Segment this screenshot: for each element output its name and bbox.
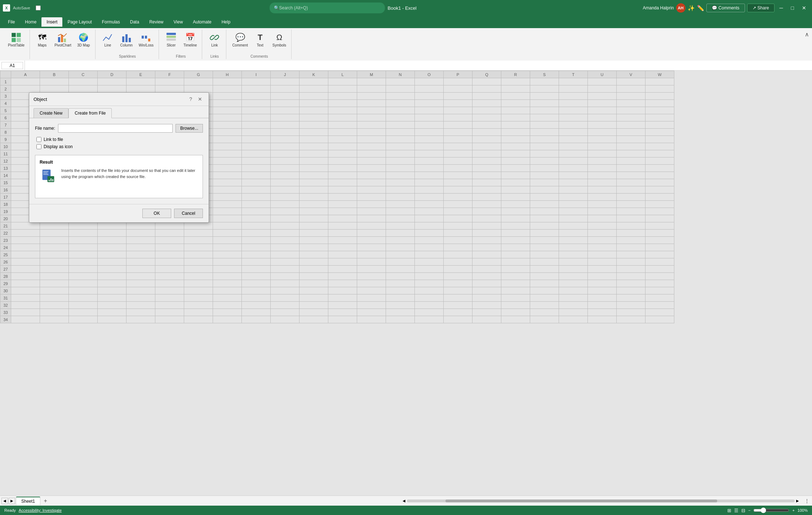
maximize-button[interactable]: □ — [788, 4, 797, 12]
cancel-button[interactable]: Cancel — [174, 209, 203, 218]
ribbon-tab-automate[interactable]: Automate — [188, 17, 216, 27]
svg-rect-13 — [167, 33, 176, 35]
ribbon-collapse-button[interactable]: ∧ — [805, 31, 809, 38]
sheet-options-button[interactable]: ⋮ — [805, 498, 809, 503]
text-button[interactable]: T Text — [252, 30, 269, 49]
ribbon-tab-help[interactable]: Help — [217, 17, 236, 27]
designer-icon[interactable]: ✨ — [688, 5, 695, 12]
comments-button[interactable]: 💬 Comments — [706, 4, 745, 12]
close-button[interactable]: ✕ — [799, 4, 809, 12]
zoom-slider[interactable] — [753, 507, 789, 513]
checkboxes-area: Link to file Display as icon — [35, 137, 203, 149]
ok-button[interactable]: OK — [142, 209, 171, 218]
prev-sheet-button[interactable]: ◀ — [1, 498, 8, 504]
ribbon-tab-view[interactable]: View — [169, 17, 188, 27]
browse-button[interactable]: Browse... — [176, 124, 203, 133]
svg-rect-5 — [61, 35, 63, 42]
maps-button[interactable]: 🗺 Maps — [34, 30, 51, 49]
svg-rect-6 — [64, 39, 66, 42]
line-icon — [102, 32, 114, 43]
file-name-input[interactable] — [58, 124, 173, 133]
search-bar[interactable]: 🔍 — [270, 3, 385, 13]
search-input[interactable] — [279, 5, 381, 10]
spreadsheet-area: ABCDEFGHIJKLMNOPQRSTUVW 1234567891011121… — [0, 71, 812, 496]
comment-icon: 💬 — [712, 5, 717, 10]
status-bar: Ready Accessibility: Investigate ⊞ ☰ ⊟ −… — [0, 506, 812, 515]
slicer-button[interactable]: Slicer — [163, 30, 180, 49]
autosave-toggle[interactable] — [33, 5, 43, 10]
scrollbar-track[interactable] — [407, 500, 795, 502]
dialog-close-button[interactable]: ✕ — [196, 96, 204, 103]
comment-button[interactable]: 💬 Comment — [230, 30, 250, 49]
ribbon-tab-review[interactable]: Review — [144, 17, 168, 27]
ribbon-tab-home[interactable]: Home — [20, 17, 41, 27]
svg-rect-2 — [12, 38, 16, 42]
svg-rect-4 — [58, 37, 60, 42]
ready-status: Ready — [4, 508, 16, 512]
svg-rect-3 — [17, 38, 21, 42]
edit-icon[interactable]: ✏️ — [697, 5, 704, 12]
page-break-view-button[interactable]: ⊟ — [741, 508, 745, 513]
normal-view-button[interactable]: ⊞ — [727, 508, 731, 513]
avatar: AH — [676, 3, 685, 13]
link-icon — [209, 32, 220, 43]
maps-icon: 🗺 — [36, 32, 48, 43]
file-name-row: File name: Browse... — [35, 124, 203, 133]
ribbon-tab-page-layout[interactable]: Page Layout — [62, 17, 97, 27]
timeline-button[interactable]: 📅 Timeline — [181, 30, 199, 49]
cell-reference-input[interactable] — [1, 62, 23, 69]
link-to-file-checkbox[interactable] — [36, 137, 41, 142]
ribbon-tab-file[interactable]: File — [3, 17, 20, 27]
pivottable-label: PivotTable — [8, 43, 25, 47]
zoom-minus[interactable]: − — [748, 508, 750, 512]
share-button[interactable]: ↗ Share — [747, 4, 775, 12]
ribbon-group-links: Link Links — [203, 30, 226, 59]
tab-create-from-file[interactable]: Create from File — [68, 108, 112, 118]
accessibility-label[interactable]: Accessibility: Investigate — [19, 508, 62, 512]
zoom-plus[interactable]: + — [792, 508, 794, 512]
sheet-tab-sheet1[interactable]: Sheet1 — [16, 497, 40, 505]
svg-rect-20 — [43, 174, 48, 175]
minimize-button[interactable]: ─ — [777, 4, 786, 12]
pivottable-button[interactable]: PivotTable — [6, 30, 27, 49]
3dmap-button[interactable]: 🌍 3D Map — [75, 30, 92, 49]
line-button[interactable]: Line — [99, 30, 116, 49]
dialog-tabs: Create New Create from File — [29, 106, 209, 118]
display-as-icon-checkbox[interactable] — [36, 144, 41, 149]
excel-app: X AutoSave 🔍 Book1 - Excel Amanda Halpri… — [0, 0, 812, 515]
3dmap-label: 3D Map — [77, 43, 90, 47]
winloss-label: Win/Loss — [139, 43, 154, 47]
symbols-button[interactable]: Ω Symbols — [270, 30, 288, 49]
pivotchart-button[interactable]: PivotChart — [52, 30, 74, 49]
svg-rect-23 — [50, 178, 52, 181]
display-as-icon-label[interactable]: Display as icon — [44, 144, 73, 149]
column-button[interactable]: Column — [118, 30, 135, 49]
symbols-icon: Ω — [274, 32, 285, 43]
dialog-help-button[interactable]: ? — [187, 96, 194, 103]
next-sheet-button[interactable]: ▶ — [9, 498, 15, 504]
column-label: Column — [120, 43, 133, 47]
winloss-button[interactable]: Win/Loss — [137, 30, 156, 49]
ribbon-tab-formulas[interactable]: Formulas — [97, 17, 125, 27]
tab-create-new[interactable]: Create New — [34, 108, 68, 118]
scroll-right-button[interactable]: ▶ — [796, 499, 799, 503]
timeline-icon: 📅 — [185, 32, 196, 43]
link-button[interactable]: Link — [206, 30, 223, 49]
link-label: Link — [211, 43, 218, 47]
link-to-file-label[interactable]: Link to file — [44, 137, 63, 142]
ribbon-charts-items: 🗺 Maps PivotChart 🌍 — [34, 30, 92, 58]
winloss-icon — [140, 32, 152, 43]
3dmap-icon: 🌍 — [78, 32, 89, 43]
ribbon-tab-data[interactable]: Data — [125, 17, 144, 27]
scrollbar-thumb[interactable] — [445, 500, 717, 502]
ribbon-tab-insert[interactable]: Insert — [41, 17, 62, 27]
ribbon-group-filters: Slicer 📅 Timeline Filters — [160, 30, 202, 59]
user-name: Amanda Halprin — [643, 5, 674, 10]
title-bar-center: 🔍 Book1 - Excel — [43, 3, 643, 13]
scroll-left-button[interactable]: ◀ — [403, 499, 405, 503]
formula-input[interactable] — [26, 63, 811, 68]
add-sheet-button[interactable]: + — [41, 497, 50, 505]
sheet-tabs: ◀ ▶ Sheet1 + — [0, 497, 400, 505]
page-layout-view-button[interactable]: ☰ — [734, 508, 738, 513]
autosave-checkbox[interactable] — [33, 5, 43, 10]
